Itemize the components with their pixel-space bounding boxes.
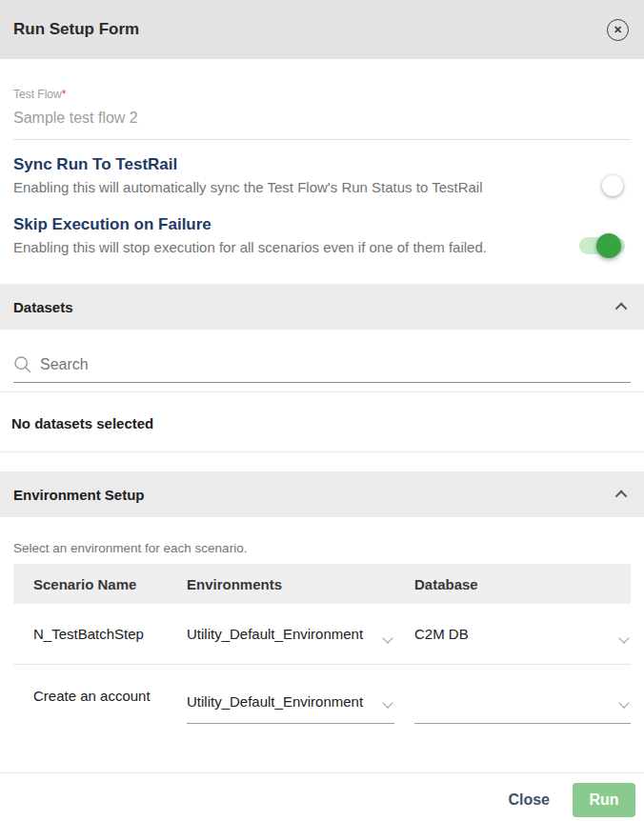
environment-cell: Utility_Default_Environment <box>167 667 394 724</box>
datasets-section-header[interactable]: Datasets <box>0 284 644 330</box>
run-setup-dialog: Run Setup Form ✕ Test Flow* Sample test … <box>0 0 644 821</box>
sync-testrail-description: Enabling this will automatically sync th… <box>13 179 566 196</box>
table-header-row: Scenario Name Environments Database <box>13 564 631 604</box>
sync-testrail-heading: Sync Run To TestRail <box>13 155 566 174</box>
toggle-knob <box>602 175 623 196</box>
test-flow-label: Test Flow* <box>13 88 631 101</box>
scenario-name-cell: Create an account <box>13 688 167 704</box>
chevron-down-icon <box>618 697 629 708</box>
database-cell: C2M DB <box>394 615 631 653</box>
sync-testrail-texts: Sync Run To TestRail Enabling this will … <box>13 155 566 196</box>
test-flow-label-text: Test Flow <box>13 88 62 101</box>
column-header-scenario: Scenario Name <box>13 576 167 592</box>
skip-on-failure-description: Enabling this will stop execution for al… <box>13 239 566 256</box>
table-row: Create an account Utility_Default_Enviro… <box>13 665 631 726</box>
table-row: N_TestBatchStep Utility_Default_Environm… <box>13 604 631 665</box>
environment-select[interactable]: Utility_Default_Environment <box>187 680 394 724</box>
chevron-up-icon[interactable] <box>615 302 628 314</box>
environment-table: Scenario Name Environments Database N_Te… <box>13 564 631 726</box>
no-datasets-message: No datasets selected <box>11 415 631 432</box>
dialog-title: Run Setup Form <box>13 20 139 39</box>
toggle-knob <box>596 233 621 258</box>
dialog-header: Run Setup Form ✕ <box>0 0 644 59</box>
datasets-section-title: Datasets <box>13 299 73 315</box>
column-header-database: Database <box>394 576 631 592</box>
test-flow-field[interactable]: Test Flow* Sample test flow 2 <box>13 88 631 140</box>
divider <box>0 391 644 392</box>
environment-hint: Select an environment for each scenario. <box>13 541 631 556</box>
database-select[interactable] <box>414 680 631 724</box>
environment-section-title: Environment Setup <box>13 487 145 503</box>
search-input[interactable] <box>40 356 631 373</box>
dialog-footer: Close Run <box>0 773 644 817</box>
skip-on-failure-texts: Skip Execution on Failure Enabling this … <box>13 215 566 256</box>
chevron-down-icon <box>618 632 629 643</box>
environment-cell: Utility_Default_Environment <box>167 615 394 653</box>
close-circle-icon[interactable]: ✕ <box>607 19 629 41</box>
environment-select[interactable]: Utility_Default_Environment <box>187 615 394 653</box>
skip-on-failure-row: Skip Execution on Failure Enabling this … <box>13 215 631 258</box>
test-flow-value: Sample test flow 2 <box>13 108 631 128</box>
chevron-down-icon <box>382 632 392 643</box>
scenario-name-cell: N_TestBatchStep <box>13 626 167 642</box>
skip-on-failure-heading: Skip Execution on Failure <box>13 215 566 234</box>
database-select[interactable]: C2M DB <box>414 615 631 653</box>
chevron-down-icon <box>382 697 392 708</box>
close-button[interactable]: Close <box>496 784 561 816</box>
divider <box>0 451 644 452</box>
skip-on-failure-toggle[interactable] <box>577 233 631 258</box>
sync-testrail-toggle[interactable] <box>577 173 631 198</box>
run-button[interactable]: Run <box>573 783 635 817</box>
environment-select-value: Utility_Default_Environment <box>187 693 363 710</box>
environment-section-header[interactable]: Environment Setup <box>0 471 644 517</box>
chevron-up-icon[interactable] <box>615 490 628 502</box>
column-header-environments: Environments <box>167 576 394 592</box>
datasets-search-field[interactable] <box>13 355 631 383</box>
database-select-value: C2M DB <box>414 626 469 642</box>
environment-select-value: Utility_Default_Environment <box>187 626 363 642</box>
sync-testrail-row: Sync Run To TestRail Enabling this will … <box>13 155 631 198</box>
database-cell <box>394 667 631 724</box>
search-icon <box>13 355 32 374</box>
required-asterisk: * <box>62 88 67 101</box>
